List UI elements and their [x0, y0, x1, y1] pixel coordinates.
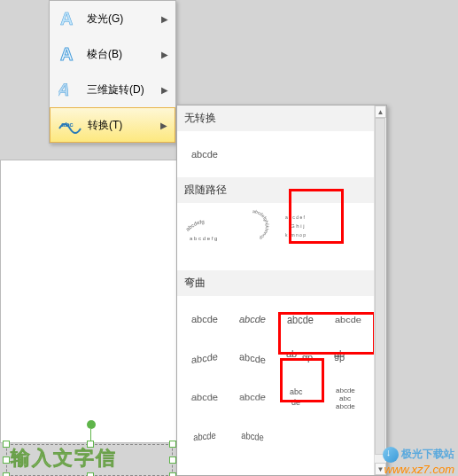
rotation-handle[interactable]	[87, 420, 96, 429]
effect-warp-6[interactable]: abcde	[230, 340, 275, 376]
effect-path-circle[interactable]: abcdefghijklmnop	[230, 208, 275, 244]
chevron-right-icon: ▶	[161, 85, 168, 95]
effect-no-transform[interactable]: abcde	[182, 137, 227, 172]
resize-handle-tr[interactable]	[169, 441, 176, 448]
svg-text:abc: abc	[290, 387, 303, 396]
watermark: 极光下载站 www.xz7.com	[383, 447, 454, 476]
transform-submenu: 无转换 abcde 跟随路径 abcdefga b c d e f g abcd…	[176, 105, 387, 476]
svg-text:abcdefghijklmnop: abcdefghijklmnop	[252, 208, 270, 241]
scroll-up-button[interactable]: ▲	[375, 105, 386, 118]
svg-text:abcde: abcde	[336, 402, 355, 410]
resize-handle-b[interactable]	[87, 472, 94, 476]
menu-item-bevel[interactable]: A 棱台(B) ▶	[50, 36, 175, 72]
svg-text:a b c d e f g: a b c d e f g	[190, 236, 217, 241]
effect-warp-9[interactable]: abcde	[182, 379, 227, 415]
resize-handle-bl[interactable]	[3, 472, 10, 476]
resize-handle-tl[interactable]	[3, 441, 10, 448]
effect-warp-14[interactable]: abcde	[230, 418, 275, 454]
effect-warp-13[interactable]: abcde	[182, 418, 227, 454]
menu-item-rotate3d[interactable]: A 三维旋转(D) ▶	[50, 72, 175, 107]
wordart-selection-box[interactable]: 输入文字信	[6, 444, 173, 476]
bevel-icon: A	[57, 43, 82, 65]
svg-text:A: A	[58, 80, 73, 99]
document-canvas: 输入文字信	[0, 160, 177, 443]
effect-warp-8[interactable]: abab	[326, 340, 370, 376]
svg-text:ab: ab	[334, 354, 345, 364]
effect-path-arch[interactable]: abcdefga b c d e f g	[182, 208, 227, 244]
watermark-logo-icon	[383, 447, 399, 463]
svg-text:ab: ab	[286, 348, 297, 359]
menu-item-transform[interactable]: abc 转换(T) ▶	[50, 107, 175, 143]
wordart-placeholder-text[interactable]: 输入文字信	[7, 445, 172, 472]
menu-item-glow[interactable]: A 发光(G) ▶	[50, 1, 175, 36]
glow-icon: A	[57, 8, 82, 29]
effect-warp-10[interactable]: abcde	[230, 379, 275, 415]
effect-warp-11[interactable]: abcde	[278, 379, 322, 415]
text-effects-menu: A 发光(G) ▶ A 棱台(B) ▶ A 三维旋转(D) ▶ abc 转换(T…	[49, 0, 176, 144]
effect-warp-3[interactable]: abcde	[278, 301, 322, 337]
svg-text:abcdefg: abcdefg	[185, 219, 205, 232]
chevron-right-icon: ▶	[161, 14, 168, 24]
watermark-site-name: 极光下载站	[401, 448, 454, 460]
scroll-thumb[interactable]	[375, 118, 385, 455]
menu-label-glow: 发光(G)	[82, 12, 161, 27]
rotate3d-icon: A	[57, 79, 82, 100]
effect-warp-5[interactable]: abcde	[182, 340, 227, 376]
effect-warp-1[interactable]: abcde	[182, 301, 227, 337]
menu-label-bevel: 棱台(B)	[82, 47, 161, 62]
menu-label-transform: 转换(T)	[82, 118, 160, 133]
section-header-warp: 弯曲	[177, 270, 386, 296]
resize-handle-t[interactable]	[87, 441, 94, 448]
svg-text:a b c d e f: a b c d e f	[285, 215, 306, 220]
svg-text:abc: abc	[61, 121, 74, 129]
svg-text:ab: ab	[302, 354, 313, 364]
submenu-scrollbar[interactable]: ▲ ▼	[374, 105, 386, 475]
svg-text:de: de	[291, 398, 300, 407]
svg-text:G h i j: G h i j	[291, 223, 305, 229]
section-header-no-transform: 无转换	[177, 105, 386, 131]
effect-path-button[interactable]: a b c d e fG h i jk l m n o p	[278, 208, 322, 244]
effect-warp-2[interactable]: abcde	[230, 301, 275, 337]
resize-handle-r[interactable]	[169, 456, 176, 464]
chevron-right-icon: ▶	[161, 50, 168, 59]
effect-warp-7[interactable]: abab	[278, 340, 322, 376]
resize-handle-l[interactable]	[3, 456, 10, 464]
svg-text:abc: abc	[339, 394, 351, 402]
svg-text:k l m n o p: k l m n o p	[285, 232, 306, 238]
chevron-right-icon: ▶	[160, 121, 167, 130]
section-header-follow-path: 跟随路径	[177, 177, 386, 203]
transform-icon: abc	[58, 116, 82, 134]
svg-text:abcde: abcde	[336, 386, 355, 394]
effect-warp-12[interactable]: abcdeabcabcde	[326, 379, 370, 415]
effect-warp-4[interactable]: abcde	[326, 301, 370, 337]
svg-text:A: A	[60, 9, 73, 28]
resize-handle-br[interactable]	[169, 472, 176, 476]
watermark-site-url: www.xz7.com	[383, 463, 454, 476]
menu-label-rotate3d: 三维旋转(D)	[82, 82, 161, 98]
svg-text:A: A	[60, 44, 73, 64]
